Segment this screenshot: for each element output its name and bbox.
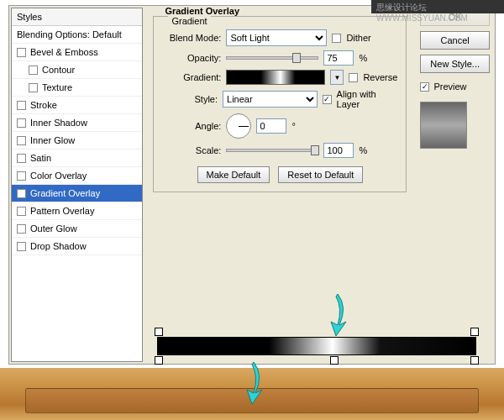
- style-label: Texture: [42, 82, 72, 92]
- style-checkbox[interactable]: [17, 48, 26, 57]
- scale-slider[interactable]: [226, 149, 318, 152]
- opacity-stop[interactable]: [470, 328, 479, 336]
- preview-label: Preview: [433, 81, 466, 92]
- style-checkbox[interactable]: [17, 171, 26, 181]
- style-item[interactable]: Inner Glow: [12, 132, 142, 150]
- gradient-label: Gradient:: [162, 72, 221, 82]
- style-label: Contour: [42, 65, 75, 75]
- gradient-preview[interactable]: [226, 70, 325, 85]
- dither-label: Dither: [346, 33, 370, 43]
- angle-input[interactable]: [256, 118, 286, 134]
- style-item[interactable]: Stroke: [12, 97, 142, 114]
- style-label: Pattern Overlay: [30, 206, 94, 216]
- style-checkbox[interactable]: [17, 207, 26, 216]
- style-item[interactable]: Color Overlay: [12, 167, 142, 185]
- style-label: Stroke: [30, 100, 57, 110]
- style-checkbox[interactable]: [17, 101, 26, 110]
- preview-checkbox[interactable]: ✓: [420, 82, 429, 92]
- color-stop[interactable]: [155, 356, 163, 365]
- angle-control[interactable]: [226, 113, 251, 139]
- percent-label-2: %: [359, 145, 367, 155]
- color-stop[interactable]: [330, 356, 339, 365]
- blend-mode-label: Blend Mode:: [162, 33, 221, 43]
- style-label: Satin: [30, 153, 51, 163]
- style-label: Inner Glow: [30, 135, 75, 145]
- gradient-dropdown-icon[interactable]: ▼: [330, 70, 344, 85]
- style-checkbox[interactable]: [17, 224, 26, 234]
- make-default-button[interactable]: Make Default: [197, 166, 270, 183]
- color-stop[interactable]: [470, 356, 479, 365]
- angle-label: Angle:: [162, 121, 221, 131]
- style-checkbox[interactable]: ✓: [17, 189, 26, 198]
- blending-options-row[interactable]: Blending Options: Default: [12, 26, 142, 44]
- group-title: Gradient Overlay: [161, 6, 243, 16]
- dither-checkbox[interactable]: [332, 34, 341, 43]
- opacity-input[interactable]: [323, 50, 354, 66]
- style-item[interactable]: Outer Glow: [12, 220, 142, 238]
- percent-label: %: [359, 53, 367, 63]
- gradient-group: Gradient Blend Mode: Soft Light Dither O…: [153, 16, 407, 192]
- style-item[interactable]: Drop Shadow: [12, 238, 142, 255]
- reverse-label: Reverse: [363, 72, 397, 82]
- style-checkbox[interactable]: [17, 242, 26, 251]
- style-label: Gradient Overlay: [30, 188, 100, 198]
- align-checkbox[interactable]: ✓: [323, 95, 332, 104]
- style-select[interactable]: Linear: [223, 91, 318, 108]
- style-label: Inner Shadow: [30, 118, 87, 128]
- style-label: Bevel & Emboss: [30, 47, 98, 57]
- style-checkbox[interactable]: [29, 83, 38, 92]
- styles-header[interactable]: Styles: [12, 8, 142, 26]
- style-checkbox[interactable]: [29, 66, 38, 75]
- blend-mode-select[interactable]: Soft Light: [226, 29, 327, 46]
- arrow-annotation-icon: [237, 358, 270, 408]
- style-item[interactable]: Inner Shadow: [12, 114, 142, 132]
- watermark: 思缘设计论坛 WWW.MISSYUAN.COM: [371, 0, 504, 13]
- opacity-label: Opacity:: [162, 53, 221, 63]
- style-item[interactable]: Contour: [12, 61, 142, 79]
- style-checkbox[interactable]: [17, 154, 26, 163]
- action-panel: OK Cancel New Style... ✓ Preview: [415, 6, 495, 364]
- settings-panel: Gradient Overlay Gradient Blend Mode: So…: [144, 6, 415, 364]
- opacity-slider[interactable]: [226, 56, 318, 60]
- wood-background: [0, 368, 504, 420]
- style-item[interactable]: Texture: [12, 79, 142, 97]
- layer-style-dialog: Styles Blending Options: Default Bevel &…: [8, 5, 496, 365]
- style-label: Style:: [162, 94, 218, 104]
- style-item[interactable]: Satin: [12, 150, 142, 167]
- reverse-checkbox[interactable]: [349, 73, 358, 82]
- style-label: Outer Glow: [30, 223, 77, 234]
- style-item[interactable]: Bevel & Emboss: [12, 44, 142, 61]
- style-item[interactable]: Pattern Overlay: [12, 202, 142, 220]
- style-checkbox[interactable]: [17, 118, 26, 128]
- arrow-annotation-icon: [321, 290, 354, 340]
- reset-default-button[interactable]: Reset to Default: [278, 166, 363, 183]
- gradient-editor: [157, 337, 476, 355]
- align-label: Align with Layer: [337, 89, 398, 109]
- degree-label: °: [291, 121, 295, 131]
- style-item[interactable]: ✓Gradient Overlay: [12, 185, 142, 202]
- style-label: Color Overlay: [30, 171, 87, 181]
- new-style-button[interactable]: New Style...: [420, 55, 490, 73]
- style-checkbox[interactable]: [17, 136, 26, 145]
- gradient-bar[interactable]: [157, 337, 476, 355]
- scale-label: Scale:: [162, 145, 221, 155]
- preview-thumbnail: [420, 102, 467, 149]
- cancel-button[interactable]: Cancel: [420, 31, 490, 50]
- style-label: Drop Shadow: [30, 241, 87, 251]
- sub-title: Gradient: [168, 16, 210, 26]
- opacity-stop[interactable]: [155, 328, 163, 336]
- styles-list-panel: Styles Blending Options: Default Bevel &…: [11, 8, 143, 362]
- scale-input[interactable]: [323, 143, 354, 158]
